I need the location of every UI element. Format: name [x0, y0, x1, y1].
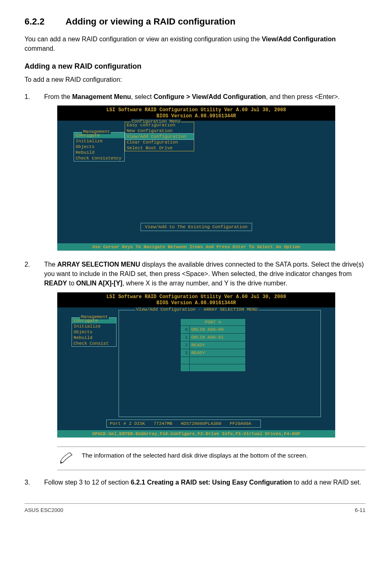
- array-selection-label: View/Add Configuration - ARRAY SELECTION…: [135, 307, 258, 312]
- page-footer: ASUS ESC2000 6-11: [25, 503, 365, 513]
- bios-header: LSI Software RAID Configuration Utility …: [57, 105, 335, 121]
- bios-header: LSI Software RAID Configuration Utility …: [57, 292, 335, 307]
- config-item-clear[interactable]: Clear Configuration: [125, 139, 194, 145]
- mgmt-item-check[interactable]: Check Consist: [72, 341, 116, 346]
- table-row[interactable]: 2READY: [181, 341, 246, 349]
- step-3: 3. Follow step 3 to 12 of section 6.2.1 …: [25, 478, 365, 487]
- step-1: 1. From the Management Menu, select Conf…: [25, 92, 365, 101]
- intro-paragraph: You can add a new RAID configuration or …: [25, 34, 365, 53]
- table-row[interactable]: 1ONLIN A00-01: [181, 333, 246, 341]
- port-header: PORT #: [181, 319, 246, 325]
- step-body: The ARRAY SELECTION MENU displays the av…: [44, 260, 365, 288]
- view-add-existing-button[interactable]: View/Add to The Existing Configuration: [141, 223, 252, 231]
- footer-left: ASUS ESC2000: [25, 507, 63, 513]
- subsection-desc: To add a new RAID configuration:: [25, 75, 365, 84]
- status-fw: PF20A60A: [230, 421, 251, 426]
- drive-status-bar: Port # 2 DISK 77247MB HDS728080PLA380 PF…: [106, 420, 261, 428]
- step-body: From the Management Menu, select Configu…: [44, 92, 365, 101]
- bios-screenshot-1: LSI Software RAID Configuration Utility …: [57, 105, 335, 251]
- bios-header-line2: BIOS Version A.08.09161344R: [58, 113, 334, 120]
- table-row[interactable]: 3READY: [181, 349, 246, 357]
- table-row-empty: [181, 357, 246, 364]
- port-table: PORT # 0ONLIN A00-00 1ONLIN A00-01 2READ…: [180, 319, 246, 372]
- mgmt-item-check[interactable]: Check Consistency: [74, 155, 124, 161]
- bios-header-line1: LSI Software RAID Configuration Utility …: [58, 107, 334, 114]
- management-label: Management: [82, 129, 111, 134]
- mgmt-item-rebuild[interactable]: Rebuild: [72, 335, 116, 341]
- section-title-text: Adding or viewing a RAID configuration: [65, 16, 235, 27]
- management-menu-box: Management Configure Initialize Objects …: [72, 317, 117, 347]
- status-size: 77247MB: [153, 421, 172, 426]
- step-2: 2. The ARRAY SELECTION MENU displays the…: [25, 260, 365, 288]
- mgmt-item-rebuild[interactable]: Rebuild: [74, 150, 124, 155]
- config-item-new[interactable]: New Configuration: [125, 128, 194, 134]
- step-body: Follow step 3 to 12 of section 6.2.1 Cre…: [44, 478, 365, 487]
- step-number: 2.: [25, 260, 44, 288]
- note-block: The information of the selected hard dis…: [57, 447, 365, 470]
- section-heading: 6.2.2 Adding or viewing a RAID configura…: [25, 16, 365, 27]
- step-number: 3.: [25, 478, 44, 487]
- management-menu-box: Management Configure Initialize Objects …: [74, 132, 125, 162]
- mgmt-item-initialize[interactable]: Initialize: [74, 138, 124, 144]
- bios-footer-hint: SPACE-Sel,ENTER-EndArray,F10-Configure,F…: [57, 430, 335, 438]
- bios-header-line1: LSI Software RAID Configuration Utility …: [58, 294, 334, 301]
- bios-screenshot-2: LSI Software RAID Configuration Utility …: [57, 292, 335, 438]
- config-item-boot[interactable]: Select Boot Drive: [125, 145, 194, 151]
- footer-page-number: 6-11: [355, 507, 365, 513]
- mgmt-item-objects[interactable]: Objects: [74, 144, 124, 150]
- note-pencil-icon: [60, 451, 78, 466]
- management-label: Management: [80, 314, 109, 319]
- bios-footer-hint: Use Cursor Keys To Navigate Between Item…: [57, 243, 335, 251]
- step-number: 1.: [25, 92, 44, 101]
- note-text: The information of the selected hard dis…: [78, 451, 308, 460]
- subsection-heading: Adding a new RAID configuration: [25, 62, 365, 71]
- bios-body: Management Configure Initialize Objects …: [57, 307, 335, 430]
- status-model: HDS728080PLA380: [181, 421, 221, 426]
- table-row[interactable]: 0ONLIN A00-00: [181, 325, 246, 333]
- section-number: 6.2.2: [25, 16, 63, 27]
- bios-header-line2: BIOS Version A.08.09161344R: [58, 300, 334, 307]
- config-item-viewadd[interactable]: View/Add Configuration: [125, 134, 194, 139]
- table-row-empty: [181, 364, 246, 371]
- bios-body: Management Configure Initialize Objects …: [57, 121, 335, 243]
- config-menu-label: Configuration Menu: [131, 119, 181, 124]
- mgmt-item-objects[interactable]: Objects: [72, 329, 116, 335]
- status-port: Port # 2 DISK: [110, 421, 145, 426]
- mgmt-item-initialize[interactable]: Initialize: [72, 323, 116, 329]
- config-menu-box: Configuration Menu Easy Configuration Ne…: [125, 122, 194, 151]
- array-selection-frame: View/Add Configuration - ARRAY SELECTION…: [119, 310, 321, 417]
- intro-bold: View/Add Configuration: [262, 36, 336, 43]
